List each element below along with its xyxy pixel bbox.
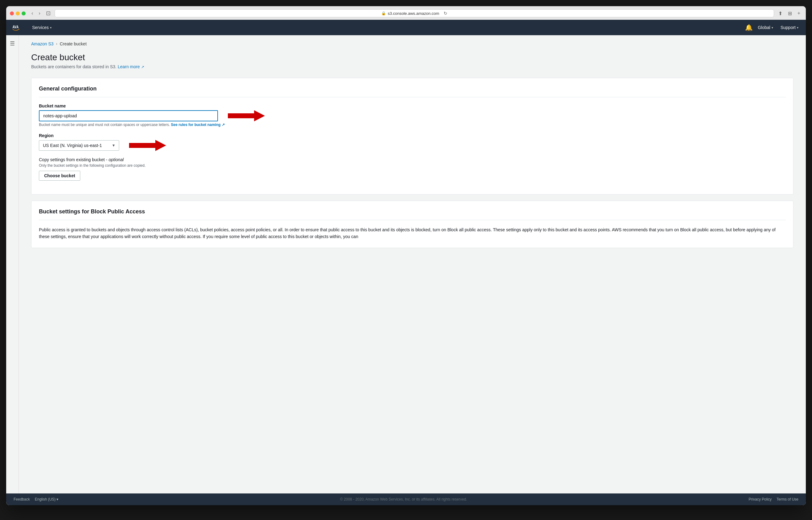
breadcrumb: Amazon S3 › Create bucket — [31, 42, 793, 46]
new-tab-button[interactable]: ⊞ — [786, 9, 794, 17]
language-selector[interactable]: English (US) ▾ — [35, 497, 59, 501]
support-dropdown-arrow: ▾ — [797, 26, 798, 29]
feedback-link[interactable]: Feedback — [14, 497, 30, 501]
content-area: Amazon S3 › Create bucket Create bucket … — [19, 35, 806, 493]
url-bar[interactable]: 🔒 s3.console.aws.amazon.com ↻ — [55, 9, 774, 17]
global-dropdown-arrow: ▾ — [771, 26, 773, 29]
maximize-button[interactable] — [22, 11, 26, 16]
reload-button[interactable]: ↻ — [444, 11, 447, 16]
bucket-name-group: Bucket name Bucket name must be un — [39, 103, 786, 127]
bucket-name-arrow-annotation — [228, 110, 265, 121]
back-button[interactable]: ‹ — [30, 10, 34, 17]
lock-icon: 🔒 — [381, 11, 386, 16]
breadcrumb-home-link[interactable]: Amazon S3 — [31, 42, 53, 46]
general-config-card: General configuration Bucket name — [31, 78, 793, 194]
services-label: Services — [32, 25, 49, 30]
services-dropdown-arrow: ▾ — [50, 26, 52, 29]
region-select-wrapper: US East (N. Virginia) us-east-1 US East … — [39, 140, 119, 151]
region-select-row: US East (N. Virginia) us-east-1 US East … — [39, 140, 786, 151]
url-text: s3.console.aws.amazon.com — [388, 11, 439, 16]
aws-navbar: Services ▾ 🔔 Global ▾ Support ▾ — [6, 20, 806, 35]
aws-logo[interactable] — [11, 24, 23, 31]
footer-copyright: © 2008 - 2020, Amazon Web Services, Inc.… — [66, 497, 741, 501]
red-arrow-icon — [228, 110, 265, 121]
services-menu-button[interactable]: Services ▾ — [30, 23, 54, 32]
block-access-description: Public access is granted to buckets and … — [39, 226, 786, 240]
global-menu-button[interactable]: Global ▾ — [755, 23, 775, 32]
block-access-title: Bucket settings for Block Public Access — [39, 208, 786, 220]
bucket-name-input-row — [39, 110, 786, 121]
browser-actions: ⬆ ⊞ + — [777, 9, 802, 17]
footer-right: Privacy Policy Terms of Use — [749, 497, 798, 501]
general-config-title: General configuration — [39, 85, 786, 97]
bucket-name-hint: Bucket name must be unique and must not … — [39, 123, 786, 127]
page-subtitle: Buckets are containers for data stored i… — [31, 64, 793, 69]
choose-bucket-button[interactable]: Choose bucket — [39, 171, 80, 181]
hamburger-menu[interactable]: ☰ — [6, 35, 19, 493]
privacy-policy-link[interactable]: Privacy Policy — [749, 497, 772, 501]
breadcrumb-separator: › — [56, 42, 57, 46]
terms-of-use-link[interactable]: Terms of Use — [777, 497, 798, 501]
page-title: Create bucket — [31, 52, 793, 62]
breadcrumb-current: Create bucket — [59, 42, 86, 46]
main-wrapper: ☰ Amazon S3 › Create bucket Create bucke… — [6, 35, 806, 493]
traffic-lights — [10, 11, 26, 16]
support-label: Support — [781, 25, 796, 30]
red-arrow-region-icon — [129, 140, 166, 151]
svg-marker-1 — [129, 140, 166, 151]
region-label: Region — [39, 133, 786, 138]
external-link-icon: ↗ — [141, 65, 144, 69]
bucket-name-label: Bucket name — [39, 103, 786, 108]
learn-more-link[interactable]: Learn more ↗ — [117, 64, 144, 69]
naming-rules-link[interactable]: See rules for bucket naming ↗ — [171, 123, 225, 127]
svg-marker-0 — [228, 110, 265, 121]
forward-button[interactable]: › — [37, 10, 42, 17]
nav-right: 🔔 Global ▾ Support ▾ — [745, 23, 801, 32]
region-group: Region US East (N. Virginia) us-east-1 U… — [39, 133, 786, 151]
region-select[interactable]: US East (N. Virginia) us-east-1 US East … — [39, 140, 119, 151]
footer: Feedback English (US) ▾ © 2008 - 2020, A… — [6, 493, 806, 505]
copy-settings-group: Copy settings from existing bucket - opt… — [39, 157, 786, 181]
bucket-name-input[interactable] — [39, 110, 218, 121]
footer-left: Feedback English (US) ▾ — [14, 497, 58, 501]
plus-button[interactable]: + — [796, 9, 802, 17]
block-access-card: Bucket settings for Block Public Access … — [31, 201, 793, 248]
share-button[interactable]: ⬆ — [777, 9, 784, 17]
global-label: Global — [758, 25, 770, 30]
naming-rules-external-icon: ↗ — [222, 123, 225, 127]
copy-settings-label: Copy settings from existing bucket - opt… — [39, 157, 786, 162]
region-arrow-annotation — [129, 140, 166, 151]
close-button[interactable] — [10, 11, 14, 16]
minimize-button[interactable] — [16, 11, 20, 16]
bell-icon[interactable]: 🔔 — [745, 24, 753, 31]
support-menu-button[interactable]: Support ▾ — [778, 23, 801, 32]
sidebar-toggle-button[interactable]: ⊡ — [45, 9, 52, 17]
copy-settings-hint: Only the bucket settings in the followin… — [39, 163, 786, 168]
